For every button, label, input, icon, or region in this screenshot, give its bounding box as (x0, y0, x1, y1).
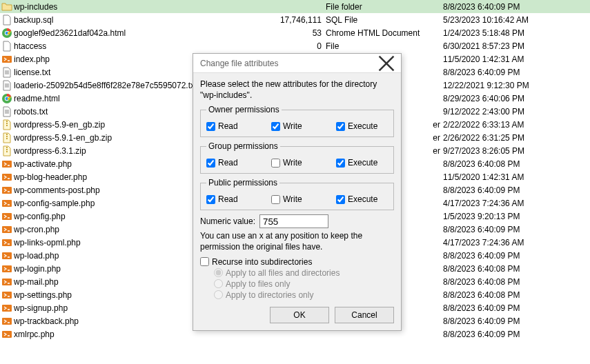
file-date: 8/8/2023 6:40:09 PM (443, 225, 564, 234)
file-date: 8/29/2023 6:40:06 PM (443, 94, 564, 103)
group-write[interactable]: Write (271, 158, 319, 168)
file-date: 8/8/2023 6:40:09 PM (443, 185, 564, 195)
php-icon (1, 224, 12, 235)
file-date: 8/8/2023 6:40:08 PM (443, 290, 564, 300)
file-date: 8/8/2023 6:40:09 PM (443, 251, 564, 261)
php-icon (1, 211, 12, 222)
file-type: SQL File (326, 15, 443, 25)
php-icon (1, 290, 12, 301)
file-row[interactable]: wp-includesFile folder8/8/2023 6:40:09 P… (0, 0, 590, 13)
chrome-icon (1, 28, 12, 39)
recurse-checkbox[interactable]: Recurse into subdirectories (200, 257, 394, 267)
file-date: 6/30/2021 8:57:23 PM (443, 41, 564, 51)
file-date: 2/22/2022 6:33:13 AM (443, 120, 564, 130)
public-read[interactable]: Read (206, 194, 255, 204)
public-execute[interactable]: Execute (336, 194, 384, 204)
svg-rect-24 (6, 151, 8, 152)
group-execute[interactable]: Execute (336, 158, 384, 168)
file-size: 0 (257, 41, 326, 51)
file-date: 1/24/2023 5:18:48 PM (443, 28, 564, 38)
php-icon (1, 250, 12, 261)
close-icon[interactable] (377, 57, 395, 70)
file-name: htaccess (14, 41, 46, 51)
cancel-button[interactable]: Cancel (335, 307, 394, 323)
ok-button[interactable]: OK (270, 307, 329, 323)
owner-read[interactable]: Read (206, 121, 255, 131)
file-size: 17,746,111 (257, 15, 326, 25)
svg-rect-21 (6, 138, 8, 139)
php-icon (1, 263, 12, 274)
file-date: 8/8/2023 6:40:09 PM (443, 68, 564, 77)
file-name: loaderio-25092b54d5e8ff6f282e78e7c559507… (14, 81, 197, 90)
svg-rect-22 (6, 147, 8, 148)
file-name: xmlrpc.php (14, 330, 55, 339)
file-name: wp-login.php (14, 264, 61, 274)
file-date: 8/8/2023 6:40:09 PM (443, 316, 564, 326)
public-permissions: Public permissions Read Write Execute (200, 178, 394, 210)
zip-icon (1, 145, 12, 156)
recurse-radio-group: Apply to all files and directories Apply… (214, 268, 394, 300)
file-icon (1, 14, 12, 26)
file-date: 11/5/2020 1:42:31 AM (443, 172, 564, 182)
svg-rect-17 (6, 123, 8, 124)
group-permissions: Group permissions Read Write Execute (200, 141, 394, 174)
file-type: File (326, 41, 443, 51)
php-icon (1, 198, 12, 209)
php-icon (1, 303, 12, 314)
file-name: backup.sql (14, 15, 53, 25)
php-icon (1, 159, 12, 170)
owner-write[interactable]: Write (271, 121, 319, 131)
php-icon (1, 329, 12, 340)
svg-rect-18 (6, 125, 8, 126)
file-date: 8/8/2023 6:40:08 PM (443, 264, 564, 274)
file-type: File folder (326, 2, 443, 12)
svg-rect-16 (6, 121, 8, 122)
public-write[interactable]: Write (271, 194, 319, 204)
numeric-label: Numeric value: (200, 216, 255, 226)
hint-text: You can use an x at any position to keep… (200, 231, 394, 252)
owner-execute[interactable]: Execute (336, 121, 384, 131)
file-row[interactable]: htaccess0File6/30/2021 8:57:23 PM (0, 39, 590, 52)
file-name: wp-load.php (14, 251, 59, 261)
file-date: 11/5/2020 1:42:31 AM (443, 54, 564, 64)
svg-rect-23 (6, 149, 8, 150)
file-date: 8/8/2023 6:40:08 PM (443, 159, 564, 169)
file-date: 8/8/2023 6:40:09 PM (443, 303, 564, 313)
file-name: wp-config.php (14, 212, 66, 221)
svg-rect-20 (6, 136, 8, 137)
file-date: 8/8/2023 6:40:08 PM (443, 277, 564, 287)
file-name: wp-activate.php (14, 159, 72, 169)
change-attributes-dialog: Change file attributes Please select the… (193, 53, 402, 331)
php-icon (1, 237, 12, 248)
file-date: 8/8/2023 6:40:09 PM (443, 330, 564, 339)
file-size: 53 (257, 28, 326, 38)
owner-permissions: Owner permissions Read Write Execute (200, 105, 394, 137)
file-name: wordpress-5.9-en_gb.zip (14, 120, 105, 130)
numeric-value-input[interactable] (259, 214, 328, 228)
file-row[interactable]: backup.sql17,746,111SQL File5/23/2023 10… (0, 13, 590, 26)
file-date: 9/12/2022 2:43:00 PM (443, 107, 564, 117)
file-row[interactable]: googlef9ed23621daf042a.html53Chrome HTML… (0, 26, 590, 39)
file-date: 1/5/2023 9:20:13 PM (443, 212, 564, 221)
file-icon (1, 41, 12, 52)
file-name: wp-cron.php (14, 225, 59, 234)
radio-dirs: Apply to directories only (214, 290, 394, 300)
file-name: wp-config-sample.php (14, 199, 95, 208)
file-name: robots.txt (14, 107, 48, 117)
radio-files: Apply to files only (214, 279, 394, 289)
group-read[interactable]: Read (206, 158, 255, 168)
file-name: wordpress-6.3.1.zip (14, 146, 86, 156)
txt-icon (1, 67, 12, 78)
file-name: wordpress-5.9.1-en_gb.zip (14, 133, 112, 143)
file-name: wp-mail.php (14, 277, 59, 287)
file-name: wp-settings.php (14, 290, 72, 300)
file-name: wp-links-opml.php (14, 238, 81, 247)
file-date: 4/17/2023 7:24:36 AM (443, 238, 564, 247)
php-icon (1, 172, 12, 183)
folder-icon (1, 1, 12, 12)
file-name: readme.html (14, 94, 60, 103)
dialog-instruction: Please select the new attributes for the… (200, 79, 394, 101)
file-name: index.php (14, 54, 50, 64)
file-type: Chrome HTML Document (326, 28, 443, 38)
dialog-titlebar: Change file attributes (193, 54, 401, 73)
